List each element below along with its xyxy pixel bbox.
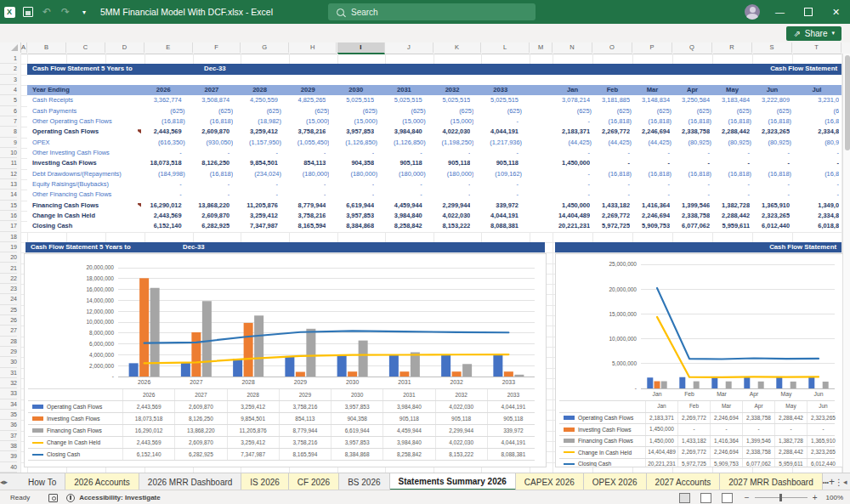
cell[interactable]: (16,8 (792, 116, 839, 127)
share-button[interactable]: ⇗ Share ▾ (786, 26, 842, 41)
avatar[interactable] (745, 4, 760, 20)
cell[interactable]: (16,818) (752, 169, 791, 179)
cell[interactable]: 2,609,870 (193, 211, 230, 221)
row-label[interactable]: Other Financing Cash Flows (31, 190, 141, 200)
cell[interactable]: 905,118 (385, 158, 422, 168)
cell[interactable]: (44,425) (632, 138, 672, 148)
cell[interactable]: 4,825,265 (289, 95, 326, 105)
cell[interactable]: 3,957,853 (337, 127, 375, 137)
vertical-scrollbar-thumb[interactable] (845, 55, 850, 150)
row-header-28[interactable]: 28 (0, 337, 17, 347)
row-header-40[interactable]: 40 (0, 462, 17, 473)
month-header-Jan[interactable]: Jan (552, 85, 592, 95)
macro-record-icon[interactable] (48, 494, 58, 502)
row-label[interactable]: Other Operating Cash Flows (31, 116, 141, 127)
cell[interactable]: - (144, 148, 182, 158)
cell[interactable]: - (337, 179, 375, 190)
cell[interactable]: - (144, 179, 182, 190)
sheet-tab-statements-summary-2026[interactable]: Statements Summary 2026 (390, 473, 516, 490)
year-header-2026[interactable]: 2026 (144, 85, 183, 95)
cell[interactable]: - (592, 158, 630, 168)
column-header-C[interactable]: C (66, 42, 105, 53)
vertical-scrollbar[interactable] (842, 54, 850, 473)
cell[interactable]: 9,854,501 (241, 158, 278, 168)
cell[interactable]: 904,358 (337, 158, 375, 168)
cell[interactable]: (625) (632, 106, 672, 116)
quick-access-dropdown-icon[interactable]: ▾ (75, 3, 94, 20)
column-header-A[interactable]: A (20, 42, 27, 53)
cell[interactable]: 5,025,515 (385, 95, 422, 105)
zoom-level[interactable]: 100% (826, 494, 843, 501)
cell[interactable]: - (337, 148, 375, 158)
cell[interactable]: - (632, 190, 670, 200)
cell[interactable]: - (632, 158, 670, 168)
column-header-P[interactable]: P (632, 42, 672, 53)
cell[interactable]: (44,425) (592, 138, 632, 148)
cell[interactable]: (1,157,950) (241, 138, 281, 148)
cell[interactable]: - (337, 190, 375, 200)
row-label[interactable]: Other Investing Cash Flows (31, 148, 141, 158)
hscroll-left-icon[interactable]: ◂ (843, 473, 847, 490)
cell[interactable]: 6,077,062 (672, 221, 710, 231)
cell[interactable]: (625) (337, 106, 378, 116)
cell[interactable]: (16,818) (144, 116, 185, 127)
cell[interactable]: 3,758,216 (289, 211, 326, 221)
cell[interactable]: 1,349,0 (792, 201, 839, 211)
cell[interactable]: (109,162) (481, 169, 522, 179)
row-header-18[interactable]: 18 (0, 232, 17, 242)
cell[interactable]: (16,818) (193, 169, 234, 179)
cell[interactable]: 4,250,559 (241, 95, 278, 105)
cell[interactable]: - (672, 148, 710, 158)
cell[interactable]: - (289, 190, 326, 200)
cell[interactable]: 2,338,758 (672, 127, 710, 137)
cell[interactable]: (15,000) (385, 116, 426, 127)
tabs-scroll-right-icon[interactable]: ▸ (4, 473, 8, 490)
sheet-tab-is-2026[interactable]: IS 2026 (241, 473, 288, 490)
cell[interactable]: (15,000) (337, 116, 378, 127)
cell[interactable]: (16,818) (632, 116, 672, 127)
cell[interactable]: 339,972 (481, 201, 518, 211)
cell[interactable]: 8,153,222 (434, 221, 471, 231)
cell[interactable]: (16,818) (632, 169, 672, 179)
cell[interactable]: 3,957,853 (337, 211, 375, 221)
cell[interactable]: (16,818) (712, 169, 751, 179)
cell[interactable]: - (752, 190, 790, 200)
cell[interactable]: (1,055,450) (289, 138, 330, 148)
cell[interactable]: 1,399,546 (672, 201, 710, 211)
cell[interactable]: - (712, 148, 750, 158)
sheet-tab-2026-accounts[interactable]: 2026 Accounts (65, 473, 139, 490)
cell[interactable]: (80,925) (672, 138, 711, 148)
row-label[interactable]: Cash Receipts (31, 95, 141, 105)
cell[interactable]: - (481, 179, 518, 190)
cell[interactable]: 2,609,870 (193, 127, 230, 137)
year-header-2028[interactable]: 2028 (241, 85, 279, 95)
cell[interactable]: 13,868,220 (193, 201, 230, 211)
cell[interactable]: 1,450,000 (552, 201, 590, 211)
cell[interactable]: (625) (672, 106, 711, 116)
sheet-tab-2027-mrr-dashboard[interactable]: 2027 MRR Dashboard (720, 473, 823, 490)
cell[interactable]: (234,024) (241, 169, 281, 179)
cell[interactable]: - (792, 158, 839, 168)
column-header-Q[interactable]: Q (672, 42, 712, 53)
row-label[interactable]: Investing Cash Flows (31, 158, 141, 168)
cell[interactable]: - (592, 190, 630, 200)
cell[interactable]: (44,425) (552, 138, 592, 148)
cell[interactable]: 2,299,944 (434, 201, 471, 211)
cell[interactable]: 4,044,191 (481, 127, 518, 137)
cell[interactable]: - (434, 148, 471, 158)
cell[interactable]: - (712, 190, 750, 200)
cell[interactable]: 3,181,885 (592, 95, 630, 105)
cell[interactable]: - (792, 179, 839, 190)
column-header-D[interactable]: D (105, 42, 144, 53)
cell[interactable]: (930,050) (193, 138, 234, 148)
cell[interactable]: 2,334,8 (792, 211, 839, 221)
cell[interactable]: (16,818) (592, 169, 632, 179)
cell[interactable]: 4,044,191 (481, 211, 518, 221)
year-header-2032[interactable]: 2032 (434, 85, 472, 95)
search-input[interactable]: Search (328, 3, 536, 20)
column-header-M[interactable]: M (530, 42, 552, 53)
cell[interactable]: - (241, 190, 278, 200)
month-header-May[interactable]: May (712, 85, 752, 95)
cell[interactable]: 2,269,772 (592, 211, 630, 221)
cell[interactable]: (625) (241, 106, 281, 116)
